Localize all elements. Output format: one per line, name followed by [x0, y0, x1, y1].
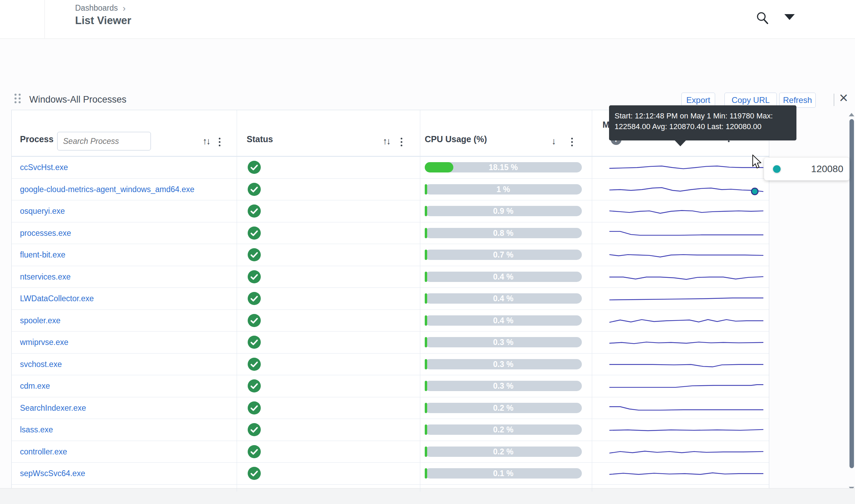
app-header: Dashboards › List Viewer	[0, 0, 855, 39]
process-link[interactable]: svchost.exe	[20, 359, 62, 369]
memory-sparkline-cell[interactable]	[609, 244, 763, 266]
cpu-usage-value: 0.1 %	[425, 468, 582, 479]
cpu-usage-value: 0.3 %	[425, 381, 582, 391]
mouse-cursor-icon	[752, 154, 763, 171]
process-link[interactable]: google-cloud-metrics-agent_windows_amd64…	[20, 185, 194, 194]
cpu-usage-value: 0.4 %	[425, 315, 582, 326]
process-link[interactable]: controller.exe	[20, 447, 67, 456]
scrollbar-thumb[interactable]	[849, 119, 854, 468]
cpu-usage-bar: 0.3 %	[425, 359, 582, 369]
status-menu-icon[interactable]	[400, 137, 403, 147]
cpu-usage-value: 0.3 %	[425, 337, 582, 347]
process-link[interactable]: processes.exe	[20, 228, 71, 238]
memory-sparkline	[609, 310, 763, 332]
cpu-usage-value: 0.9 %	[425, 206, 582, 216]
cpu-usage-value: 18.15 %	[425, 162, 582, 172]
process-link[interactable]: wmiprvse.exe	[20, 338, 69, 347]
breadcrumb[interactable]: Dashboards ›	[75, 3, 126, 13]
table-row: svchost.exe 0.3 %	[12, 354, 769, 376]
memory-sparkline	[609, 332, 763, 354]
memory-sparkline-cell[interactable]	[609, 441, 763, 463]
cpu-menu-icon[interactable]	[570, 137, 574, 147]
table-row: ntservices.exe 0.4 %	[12, 266, 769, 288]
page-footer-background	[0, 488, 855, 504]
table-row: processes.exe 0.8 %	[12, 222, 769, 244]
memory-sparkline-cell[interactable]	[609, 419, 763, 441]
cpu-usage-bar: 0.7 %	[425, 250, 582, 260]
breadcrumb-dashboards-link[interactable]: Dashboards	[75, 3, 118, 13]
spark-point-dot	[751, 188, 759, 195]
process-link[interactable]: LWDataCollector.exe	[20, 294, 94, 303]
memory-sparkline	[609, 179, 763, 201]
process-table: Process ↑↓ Status ↑↓ CPU Usage (%) ↓ Mem…	[11, 110, 769, 492]
process-link[interactable]: ntservices.exe	[20, 272, 71, 281]
close-icon[interactable]: ×	[839, 90, 848, 105]
memory-sparkline	[609, 375, 763, 397]
memory-sparkline-cell[interactable]	[609, 397, 763, 419]
cpu-usage-bar: 18.15 %	[425, 162, 582, 172]
memory-sparkline-cell[interactable]	[609, 375, 763, 397]
cpu-usage-value: 0.8 %	[425, 228, 582, 238]
table-body: ccSvcHst.exe 18.15 % google-cloud-metric…	[12, 157, 769, 492]
memory-sparkline-cell[interactable]	[609, 310, 763, 332]
column-divider	[592, 110, 592, 492]
memory-sparkline	[609, 266, 763, 288]
cpu-sort-desc-icon[interactable]: ↓	[552, 136, 555, 147]
memory-sparkline-cell[interactable]	[609, 179, 763, 201]
status-ok-icon	[248, 204, 261, 218]
process-link[interactable]: sepWscSvc64.exe	[20, 469, 85, 478]
drag-handle-icon[interactable]	[14, 94, 21, 103]
memory-sparkline-cell[interactable]	[609, 288, 763, 310]
cpu-usage-value: 0.2 %	[425, 447, 582, 457]
memory-sparkline-cell[interactable]	[609, 266, 763, 288]
table-row: spooler.exe 0.4 %	[12, 310, 769, 332]
table-row: ccSvcHst.exe 18.15 %	[12, 157, 769, 179]
memory-sparkline-cell[interactable]	[609, 200, 763, 222]
cpu-usage-value: 1 %	[425, 184, 582, 195]
column-header-process: Process	[20, 134, 53, 144]
hover-value-chip: 120080	[764, 158, 849, 180]
memory-sparkline-cell[interactable]	[609, 354, 763, 376]
cpu-usage-bar: 0.3 %	[425, 381, 582, 391]
process-link[interactable]: cdm.exe	[20, 381, 50, 391]
cpu-usage-bar: 0.4 %	[425, 272, 582, 282]
process-link[interactable]: ccSvcHst.exe	[20, 163, 68, 172]
search-icon[interactable]	[755, 11, 770, 25]
memory-sparkline-cell[interactable]	[609, 463, 763, 485]
search-process-input[interactable]	[57, 132, 151, 150]
hover-value: 120080	[811, 164, 843, 175]
process-link[interactable]: osqueryi.exe	[20, 207, 65, 216]
status-sort-icon[interactable]: ↑↓	[383, 136, 390, 147]
widget-title: Windows-All Processes	[29, 94, 126, 105]
memory-sparkline	[609, 419, 763, 441]
process-link[interactable]: SearchIndexer.exe	[20, 403, 86, 412]
memory-sparkline	[609, 288, 763, 310]
process-link[interactable]: fluent-bit.exe	[20, 250, 65, 260]
column-divider	[237, 110, 237, 492]
series-dot-icon	[773, 165, 781, 173]
memory-sparkline-cell[interactable]	[609, 332, 763, 354]
process-link[interactable]: spooler.exe	[20, 316, 61, 325]
memory-sparkline	[609, 157, 763, 179]
memory-sparkline-cell[interactable]	[609, 222, 763, 244]
table-row: cdm.exe 0.3 %	[12, 375, 769, 397]
status-ok-icon	[248, 270, 261, 283]
user-menu-caret-icon[interactable]	[784, 14, 795, 20]
process-link[interactable]: lsass.exe	[20, 425, 53, 434]
process-menu-icon[interactable]	[218, 137, 221, 147]
memory-stats-tooltip: Start: 12:12:48 PM on May 1 Min: 119780 …	[609, 105, 796, 140]
memory-sparkline-cell[interactable]	[609, 157, 763, 179]
cpu-usage-value: 0.4 %	[425, 272, 582, 282]
cpu-usage-bar: 1 %	[425, 184, 582, 195]
status-ok-icon	[248, 401, 261, 414]
column-divider	[420, 110, 420, 492]
tooltip-line2: 122584.00 Avg: 120870.40 Last: 120080.00	[615, 121, 791, 132]
process-sort-icon[interactable]: ↑↓	[203, 136, 210, 147]
scroll-up-icon[interactable]	[849, 113, 854, 116]
cpu-usage-bar: 0.8 %	[425, 228, 582, 238]
page-title: List Viewer	[75, 14, 131, 27]
table-row: google-cloud-metrics-agent_windows_amd64…	[12, 179, 769, 201]
table-row: LWDataCollector.exe 0.4 %	[12, 288, 769, 310]
cpu-usage-value: 0.7 %	[425, 250, 582, 260]
table-row: lsass.exe 0.2 %	[12, 419, 769, 441]
